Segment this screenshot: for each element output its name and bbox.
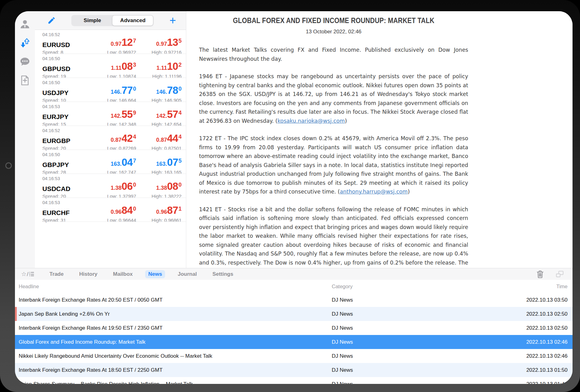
news-row[interactable]: Nikkei Likely Rangebound Amid Uncertaint…: [15, 349, 573, 363]
quote-symbol: EURCHF: [42, 209, 91, 217]
news-headline: Interbank Foreign Exchange Rates At 18:5…: [15, 367, 332, 373]
app-screen: Simple Advanced + 04:16:52EURUSDSpread: …: [15, 11, 573, 384]
email-link[interactable]: anthony.harrup@wsj.com: [340, 189, 408, 195]
header-headline: Headline: [15, 284, 332, 289]
news-row[interactable]: Interbank Foreign Exchange Rates At 20:5…: [15, 293, 573, 307]
new-document-icon[interactable]: [19, 75, 31, 86]
tab-news[interactable]: News: [145, 270, 165, 278]
news-headline: Nikkei Likely Rangebound Amid Uncertaint…: [15, 353, 332, 359]
quote-time: 04:16:53: [42, 104, 182, 110]
email-link[interactable]: kosaku.narioka@wsj.com: [278, 118, 345, 124]
quote-symbol: EURGBP: [42, 137, 91, 145]
news-time: 2022.10.13 02:46: [463, 353, 573, 359]
article-paragraph: The latest Market Talks covering FX and …: [199, 45, 468, 63]
quote-bid: 0.96840: [111, 206, 136, 217]
paragraph-text: ): [408, 189, 410, 195]
quote-row-usdcad[interactable]: 04:16:53USDCADSpread: 201.380601.38080Lo…: [35, 174, 186, 198]
news-row[interactable]: Interbank Foreign Exchange Rates At 19:5…: [15, 321, 573, 335]
news-category: DJ News: [332, 367, 463, 373]
tab-settings[interactable]: Settings: [209, 270, 236, 278]
favorites-list-icon[interactable]: ☆/: [21, 270, 34, 278]
header-time: Time: [463, 284, 573, 289]
quote-bid: 146.770: [111, 86, 136, 97]
tab-journal[interactable]: Journal: [174, 270, 200, 278]
news-category: DJ News: [332, 311, 463, 317]
quote-symbol: GBPJPY: [42, 161, 91, 169]
news-time: 2022.10.13 01:50: [463, 367, 573, 373]
chat-icon[interactable]: [19, 56, 31, 67]
bottom-toolbar: ☆/ TradeHistoryMailboxNewsJournalSetting…: [15, 268, 573, 280]
header-category: Category: [332, 284, 463, 289]
news-row[interactable]: Asian Shares Summary -- Banks Rise Despi…: [15, 377, 573, 384]
segment-advanced[interactable]: Advanced: [112, 16, 153, 26]
quote-time: 04:16:52: [42, 32, 182, 38]
quote-bid: 1.38060: [111, 182, 136, 193]
quotes-panel: Simple Advanced + 04:16:52EURUSDSpread: …: [35, 11, 186, 268]
article-content: GLOBAL FOREX AND FIXED INCOME ROUNDUP: M…: [199, 11, 468, 268]
news-headline: Interbank Foreign Exchange Rates At 20:5…: [15, 297, 332, 303]
paragraph-text: 1722 ET - The IPC stock index closes dow…: [199, 135, 468, 195]
quote-time: 04:16:50: [42, 152, 182, 158]
tab-mailbox[interactable]: Mailbox: [110, 270, 136, 278]
window-layout-icon[interactable]: [556, 270, 564, 278]
quote-row-eurjpy[interactable]: 04:16:53EURJPYSpread: 15142.559142.574Lo…: [35, 102, 186, 126]
paragraph-text: ): [345, 118, 347, 124]
news-category: DJ News: [332, 297, 463, 303]
segment-simple[interactable]: Simple: [72, 16, 112, 26]
news-article-panel: GLOBAL FOREX AND FIXED INCOME ROUNDUP: M…: [187, 11, 573, 268]
tab-trade[interactable]: Trade: [46, 270, 67, 278]
quote-ask: 146.780: [156, 86, 182, 97]
news-headline: Japan Sep Bank Lending +2.6% On Yr: [15, 311, 332, 317]
add-symbol-button[interactable]: +: [169, 16, 176, 25]
quotes-toolbar: Simple Advanced +: [35, 11, 186, 30]
delete-trash-icon[interactable]: [536, 270, 544, 278]
news-row[interactable]: Interbank Foreign Exchange Rates At 18:5…: [15, 363, 573, 377]
quote-symbol: EURUSD: [42, 41, 91, 49]
left-icon-rail: [15, 11, 35, 268]
news-time: 2022.10.13 02:46: [463, 339, 573, 345]
quote-ask: 142.574: [156, 110, 182, 121]
toolbar-tabs: TradeHistoryMailboxNewsJournalSettings: [46, 270, 236, 278]
quote-ask: 0.96871: [156, 206, 182, 217]
news-time: 2022.10.13 03:50: [463, 297, 573, 303]
quote-row-gbpusd[interactable]: 04:16:50GBPUSDSpread: 191.110831.11102Lo…: [35, 54, 186, 78]
edit-pencil-icon[interactable]: [47, 16, 56, 25]
quote-ask: 0.97135: [156, 38, 182, 49]
quote-bid: 163.047: [111, 158, 136, 169]
quote-bid: 142.559: [111, 110, 136, 121]
quotes-updown-icon[interactable]: [19, 37, 31, 49]
quote-time: 04:16:50: [42, 80, 182, 86]
article-paragraph: 1722 ET - The IPC stock index closes dow…: [199, 134, 468, 196]
quotes-list: 04:16:52EURUSDSpread: 80.971270.97135Low…: [35, 30, 186, 222]
main-area: Simple Advanced + 04:16:52EURUSDSpread: …: [15, 11, 573, 268]
quote-row-eurusd[interactable]: 04:16:52EURUSDSpread: 80.971270.97135Low…: [35, 30, 186, 54]
quote-ask: 0.87444: [156, 134, 182, 145]
tab-history[interactable]: History: [76, 270, 101, 278]
quote-spread: Spread: 31: [42, 218, 91, 223]
quote-bid: 0.87424: [111, 134, 136, 145]
quote-row-eurgbp[interactable]: 04:16:52EURGBPSpread: 200.874240.87444Lo…: [35, 126, 186, 150]
quote-time: 04:16:53: [42, 176, 182, 182]
article-body: The latest Market Talks covering FX and …: [199, 45, 468, 268]
view-mode-segmented-control: Simple Advanced: [71, 15, 154, 26]
news-category: DJ News: [332, 381, 463, 384]
article-paragraph: 1421 ET - Stocks rise a bit and the doll…: [199, 205, 468, 268]
trader-account-icon[interactable]: [19, 19, 31, 30]
quote-row-usdjpy[interactable]: 04:16:50USDJPYSpread: 10146.770146.780Lo…: [35, 78, 186, 102]
quote-high: High: 0.96861: [151, 218, 182, 223]
quote-bid: 0.97127: [111, 38, 136, 49]
quote-symbol: GBPUSD: [42, 65, 91, 73]
news-time: 2022.10.13 02:50: [463, 311, 573, 317]
quote-symbol: EURJPY: [42, 113, 91, 121]
quote-row-eurchf[interactable]: 04:16:53EURCHFSpread: 310.968400.96871Lo…: [35, 198, 186, 222]
article-date: 13 October 2022, 02:46: [199, 29, 468, 35]
quote-time: 04:16:50: [42, 56, 182, 62]
news-time: 2022.10.13 02:50: [463, 325, 573, 331]
news-time: 2022.10.13 01:46: [463, 381, 573, 384]
news-category: DJ News: [332, 339, 463, 345]
news-row[interactable]: Japan Sep Bank Lending +2.6% On YrDJ New…: [15, 307, 573, 321]
list-glyph: [29, 272, 34, 276]
quote-row-gbpjpy[interactable]: 04:16:50GBPJPYSpread: 28163.047163.075Lo…: [35, 150, 186, 174]
quote-time: 04:16:52: [42, 128, 182, 134]
news-row[interactable]: Global Forex and Fixed Income Roundup: M…: [15, 335, 573, 349]
